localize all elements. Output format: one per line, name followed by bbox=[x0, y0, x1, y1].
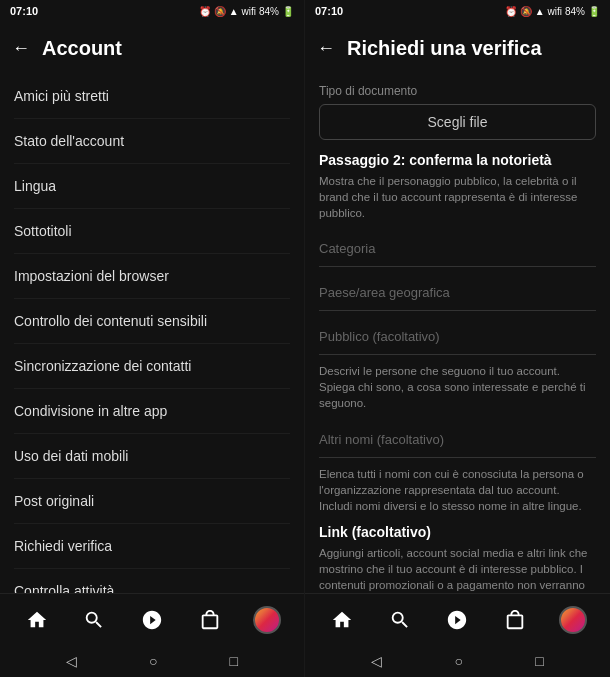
right-header: ← Richiedi una verifica bbox=[305, 22, 610, 74]
page-title-right: Richiedi una verifica bbox=[347, 37, 542, 60]
alarm-icon-r: ⏰ bbox=[505, 6, 517, 17]
status-icons-right: ⏰ 🔕 ▲ wifi 84% 🔋 bbox=[505, 6, 600, 17]
left-header: ← Account bbox=[0, 22, 304, 74]
silent-icon: 🔕 bbox=[214, 6, 226, 17]
sys-back-right[interactable]: ◁ bbox=[371, 653, 382, 669]
bottom-nav-right bbox=[305, 593, 610, 645]
nav-shop-r[interactable] bbox=[495, 600, 535, 640]
avatar bbox=[253, 606, 281, 634]
link-desc: Aggiungi articoli, account social media … bbox=[319, 545, 596, 593]
time-left: 07:10 bbox=[10, 5, 38, 17]
left-panel: 07:10 ⏰ 🔕 ▲ wifi 84% 🔋 ← Account Amici p… bbox=[0, 0, 305, 677]
sys-recents-right[interactable]: □ bbox=[535, 653, 543, 669]
pubblico-input[interactable] bbox=[319, 319, 596, 355]
menu-sottotitoli[interactable]: Sottotitoli bbox=[14, 209, 290, 254]
nav-reels[interactable] bbox=[132, 600, 172, 640]
nav-shop[interactable] bbox=[190, 600, 230, 640]
nav-home-r[interactable] bbox=[322, 600, 362, 640]
avatar-r bbox=[559, 606, 587, 634]
status-bar-left: 07:10 ⏰ 🔕 ▲ wifi 84% 🔋 bbox=[0, 0, 304, 22]
menu-contenuti[interactable]: Controllo dei contenuti sensibili bbox=[14, 299, 290, 344]
right-content: Tipo di documento Scegli file Passaggio … bbox=[305, 74, 610, 593]
signal-icon-r: ▲ bbox=[535, 6, 545, 17]
menu-verifica[interactable]: Richiedi verifica bbox=[14, 524, 290, 569]
menu-lingua[interactable]: Lingua bbox=[14, 164, 290, 209]
categoria-input[interactable] bbox=[319, 231, 596, 267]
paese-input[interactable] bbox=[319, 275, 596, 311]
signal-icon: ▲ bbox=[229, 6, 239, 17]
battery-icon-left: 🔋 bbox=[282, 6, 294, 17]
wifi-icon: wifi bbox=[242, 6, 256, 17]
link-title: Link (facoltativo) bbox=[319, 524, 596, 540]
menu-amici[interactable]: Amici più stretti bbox=[14, 74, 290, 119]
page-title-left: Account bbox=[42, 37, 122, 60]
back-button-right[interactable]: ← bbox=[317, 38, 335, 59]
document-label: Tipo di documento bbox=[319, 74, 596, 104]
sys-recents-left[interactable]: □ bbox=[230, 653, 238, 669]
alarm-icon: ⏰ bbox=[199, 6, 211, 17]
battery-left: 84% bbox=[259, 6, 279, 17]
step2-desc: Mostra che il personaggio pubblico, la c… bbox=[319, 173, 596, 221]
pubblico-desc: Descrivi le persone che seguono il tuo a… bbox=[319, 363, 596, 411]
battery-right: 84% bbox=[565, 6, 585, 17]
back-button-left[interactable]: ← bbox=[12, 38, 30, 59]
altri-nomi-desc: Elenca tutti i nomi con cui è conosciuta… bbox=[319, 466, 596, 514]
time-right: 07:10 bbox=[315, 5, 343, 17]
nav-search-r[interactable] bbox=[380, 600, 420, 640]
step2-title: Passaggio 2: conferma la notorietà bbox=[319, 152, 596, 168]
file-btn-row: Scegli file bbox=[319, 104, 596, 140]
menu-sincronizzazione[interactable]: Sincronizzazione dei contatti bbox=[14, 344, 290, 389]
system-nav-left: ◁ ○ □ bbox=[0, 645, 304, 677]
wifi-icon-r: wifi bbox=[548, 6, 562, 17]
menu-dati[interactable]: Uso dei dati mobili bbox=[14, 434, 290, 479]
choose-file-button[interactable]: Scegli file bbox=[319, 104, 596, 140]
nav-reels-r[interactable] bbox=[437, 600, 477, 640]
status-bar-right: 07:10 ⏰ 🔕 ▲ wifi 84% 🔋 bbox=[305, 0, 610, 22]
silent-icon-r: 🔕 bbox=[520, 6, 532, 17]
nav-profile-r[interactable] bbox=[553, 600, 593, 640]
battery-icon-right: 🔋 bbox=[588, 6, 600, 17]
nav-profile[interactable] bbox=[247, 600, 287, 640]
bottom-nav-left bbox=[0, 593, 304, 645]
menu-condivisione[interactable]: Condivisione in altre app bbox=[14, 389, 290, 434]
sys-home-right[interactable]: ○ bbox=[455, 653, 463, 669]
menu-stato[interactable]: Stato dell'account bbox=[14, 119, 290, 164]
menu-browser[interactable]: Impostazioni del browser bbox=[14, 254, 290, 299]
right-panel: 07:10 ⏰ 🔕 ▲ wifi 84% 🔋 ← Richiedi una ve… bbox=[305, 0, 610, 677]
sys-home-left[interactable]: ○ bbox=[149, 653, 157, 669]
sys-back-left[interactable]: ◁ bbox=[66, 653, 77, 669]
system-nav-right: ◁ ○ □ bbox=[305, 645, 610, 677]
menu-attivita[interactable]: Controlla attività bbox=[14, 569, 290, 593]
nav-search[interactable] bbox=[74, 600, 114, 640]
nav-home[interactable] bbox=[17, 600, 57, 640]
altri-nomi-input[interactable] bbox=[319, 422, 596, 458]
menu-post[interactable]: Post originali bbox=[14, 479, 290, 524]
account-menu-list: Amici più stretti Stato dell'account Lin… bbox=[0, 74, 304, 593]
status-icons-left: ⏰ 🔕 ▲ wifi 84% 🔋 bbox=[199, 6, 294, 17]
